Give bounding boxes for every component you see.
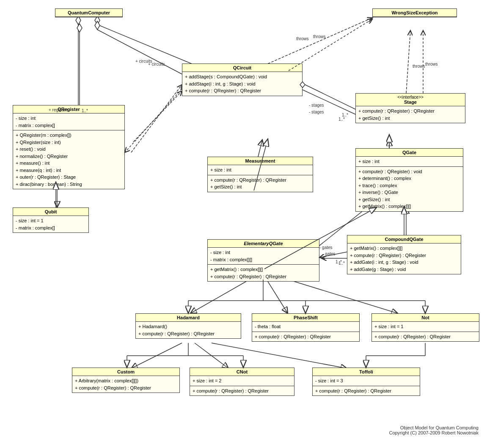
qgate-attributes: + size : int (356, 157, 463, 167)
stage-methods: + compute(r : QRegister) : QRegister + g… (356, 106, 465, 123)
svg-text:- stages: - stages (309, 110, 324, 114)
stage-interface-label: <<interface>> (358, 95, 462, 100)
measurement-methods: + compute(r : QRegister) : QRegister + g… (208, 175, 313, 192)
measurement-class: Measurement + size : int + compute(r : Q… (207, 157, 313, 192)
svg-text:1..*: 1..* (336, 260, 342, 264)
svg-line-24 (190, 279, 250, 313)
svg-line-45 (305, 85, 355, 109)
caption-title: Object Model for Quantum Computing (389, 425, 479, 430)
svg-line-59 (125, 89, 182, 152)
measurement-title: Measurement (208, 157, 313, 165)
phaseshift-title: PhaseShift (252, 314, 359, 322)
quantum-computer-title: QuantumComputer (55, 9, 122, 17)
svg-line-26 (288, 279, 398, 313)
qgate-class: QGate + size : int + compute(r : QRegist… (355, 148, 463, 212)
wrongsize-class: WrongSizeException (372, 8, 457, 17)
toffoli-attributes: - size : int = 3 (313, 376, 420, 386)
stage-title: <<interface>> Stage (356, 94, 465, 106)
svg-line-25 (267, 279, 288, 313)
svg-line-56 (319, 252, 347, 257)
svg-text:+ circuits: + circuits (148, 62, 165, 66)
cnot-attributes: + size : int = 2 (190, 376, 294, 386)
svg-text:- stages: - stages (309, 103, 324, 108)
toffoli-title: Toffoli (313, 368, 420, 376)
svg-line-17 (406, 30, 410, 93)
custom-methods: + Arbitrary(matrix : complex[][]) + comp… (72, 376, 179, 393)
elementary-qgate-class: ElementaryQGate - size : int - matrix : … (207, 239, 319, 282)
svg-text:- gates: - gates (319, 245, 333, 250)
hadamard-title: Hadamard (136, 314, 241, 322)
qregister-attributes: - size : int - matrix : complex[] (13, 113, 124, 130)
caption: Object Model for Quantum Computing Copyr… (389, 425, 479, 435)
qubit-title: Qubit (13, 208, 88, 216)
qregister-methods: + QRegister(m : complex[]) + QRegister(s… (13, 130, 124, 189)
not-methods: + compute(r : QRegister) : QRegister (372, 332, 479, 342)
elementary-qgate-attributes: - size : int - matrix : complex[][] (208, 248, 319, 265)
toffoli-methods: + compute(r : QRegister) : QRegister (313, 386, 420, 396)
svg-text:1..*: 1..* (342, 113, 348, 117)
svg-line-29 (212, 343, 347, 368)
toffoli-class: Toffoli - size : int = 3 + compute(r : Q… (312, 368, 420, 396)
wrongsize-title: WrongSizeException (373, 9, 457, 17)
cnot-methods: + compute(r : QRegister) : QRegister (190, 386, 294, 396)
quantum-computer-class: QuantumComputer (55, 8, 123, 17)
compound-qgate-class: CompoundQGate + getMatrix() : complex[][… (347, 235, 461, 274)
phaseshift-methods: + compute(r : QRegister) : QRegister (252, 332, 359, 342)
cnot-class: CNot + size : int = 2 + compute(r : QReg… (190, 368, 294, 396)
qubit-attributes: - size : int = 1 - matrix : complex[] (13, 216, 88, 232)
not-attributes: + size : int = 1 (372, 322, 479, 332)
qcircuit-class: QCircuit + addStage(s : CompoundQGate) :… (182, 64, 303, 96)
caption-copyright: Copyright (C) 2007-2009 Robert Nowotniak (389, 430, 479, 435)
hadamard-class: Hadamard + Hadamard() + compute(r : QReg… (135, 313, 241, 339)
svg-marker-4 (76, 16, 81, 25)
svg-marker-36 (77, 24, 82, 32)
not-title: Not (372, 314, 479, 322)
svg-text:throws: throws (425, 62, 437, 66)
svg-line-15 (254, 18, 372, 70)
compound-qgate-methods: + getMatrix() : complex[][] + compute(r … (347, 243, 461, 274)
svg-line-48 (289, 19, 372, 71)
compound-qgate-title: CompoundQGate (347, 235, 461, 243)
qregister-class: QRegister - size : int - matrix : comple… (13, 105, 125, 189)
svg-text:throws: throws (313, 34, 325, 39)
not-class: Not + size : int = 1 + compute(r : QRegi… (371, 313, 479, 342)
svg-marker-8 (95, 16, 100, 25)
svg-line-27 (131, 343, 182, 368)
svg-marker-40 (95, 21, 100, 30)
qcircuit-title: QCircuit (182, 64, 302, 72)
qgate-methods: + compute(r : QRegister) : void + determ… (356, 167, 463, 211)
measurement-attributes: + size : int (208, 165, 313, 175)
custom-title: Custom (72, 368, 179, 376)
qgate-title: QGate (356, 149, 463, 157)
svg-line-11 (296, 87, 355, 114)
custom-class: Custom + Arbitrary(matrix : complex[][])… (72, 368, 180, 393)
svg-text:throws: throws (296, 36, 308, 41)
svg-text:1..*: 1..* (338, 117, 345, 122)
svg-line-33 (131, 85, 182, 152)
svg-text:throws: throws (413, 64, 425, 69)
svg-line-23 (133, 91, 182, 142)
elementary-qgate-title: ElementaryQGate (208, 240, 319, 248)
svg-text:+ circuits: + circuits (135, 59, 152, 64)
phaseshift-class: PhaseShift - theta : float + compute(r :… (252, 313, 360, 342)
svg-line-41 (97, 30, 182, 74)
svg-text:1..*: 1..* (338, 261, 345, 265)
elementary-qgate-methods: + getMatrix() : complex[][] + compute(r … (208, 265, 319, 281)
svg-text:- gates: - gates (322, 252, 336, 256)
qregister-title: QRegister (13, 105, 124, 113)
svg-line-28 (195, 343, 228, 368)
hadamard-methods: + Hadamard() + compute(r : QRegister) : … (136, 322, 241, 338)
qcircuit-methods: + addStage(s : CompoundQGate) : void + a… (182, 72, 302, 96)
cnot-title: CNot (190, 368, 294, 376)
qubit-class: Qubit - size : int = 1 - matrix : comple… (13, 207, 89, 233)
stage-class: <<interface>> Stage + compute(r : QRegis… (355, 93, 465, 123)
diagram-container: + registers 1..* + circuits - stages 1..… (0, 0, 487, 448)
phaseshift-attributes: - theta : float (252, 322, 359, 332)
